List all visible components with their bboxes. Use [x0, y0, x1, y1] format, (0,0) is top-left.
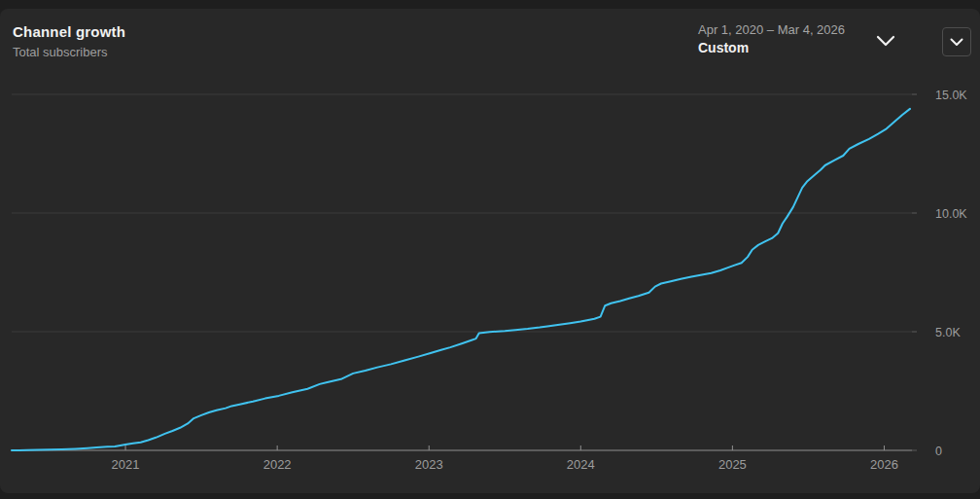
card-subtitle: Total subscribers [13, 46, 125, 59]
analytics-page: { "header": { "title": "Channel growth",… [0, 0, 980, 499]
date-range-text: Apr 1, 2020 – Mar 4, 2026 [698, 22, 845, 37]
x-tick-label: 2022 [263, 457, 292, 472]
y-tick-label: 10.0K [935, 207, 967, 221]
subscribers-line-series [12, 109, 910, 450]
collapse-card-button[interactable] [942, 27, 971, 56]
y-tick-label: 5.0K [935, 326, 961, 339]
chevron-down-icon[interactable] [874, 32, 897, 50]
x-tick-label: 2025 [718, 457, 747, 472]
x-tick-label: 2024 [567, 457, 595, 472]
channel-growth-chart[interactable]: 15.0K10.0K5.0K0202120222023202420252026 [0, 0, 980, 499]
card-title: Channel growth [13, 24, 125, 40]
date-range-picker[interactable]: Apr 1, 2020 – Mar 4, 2026 Custom [698, 22, 845, 55]
x-tick-label: 2026 [870, 457, 898, 472]
y-tick-label: 0 [935, 445, 942, 458]
date-mode-label: Custom [698, 40, 845, 55]
x-tick-label: 2023 [415, 457, 443, 472]
chevron-down-icon [950, 38, 963, 47]
card-header: Channel growth Total subscribers [13, 24, 125, 59]
y-tick-label: 15.0K [935, 89, 967, 102]
x-tick-label: 2021 [112, 457, 140, 472]
chevron-down-icon [876, 35, 895, 47]
